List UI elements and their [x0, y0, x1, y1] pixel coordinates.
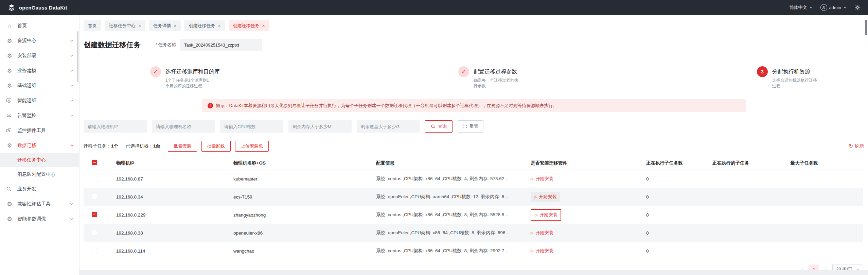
- sidebar-item-label: 安装部署: [17, 53, 65, 59]
- gear-icon: ⚙: [6, 216, 13, 222]
- refresh-button[interactable]: ↻ 刷新: [849, 143, 864, 149]
- machine-ip: 192.168.0.229: [111, 212, 228, 218]
- chevron-down-icon: [809, 6, 813, 10]
- sidebar-item-label: 告警监控: [17, 113, 65, 119]
- play-icon: ▷: [535, 213, 537, 217]
- chevron-down-icon: [843, 6, 847, 10]
- reset-button[interactable]: 重置: [458, 120, 483, 133]
- sidebar-item-label: 数据迁移: [17, 142, 65, 149]
- tab-migration-task-center[interactable]: 迁移任务中心 ×: [105, 20, 145, 31]
- table-row: 192.168.0.114 wangchao 系统: centos ,CPU架构…: [84, 242, 863, 260]
- highlight-box: ▷开始安装: [531, 209, 561, 221]
- row-checkbox[interactable]: [92, 248, 97, 253]
- sidebar-item-data-migration[interactable]: ⚙ 数据迁移: [0, 138, 79, 153]
- row-checkbox[interactable]: [92, 230, 97, 235]
- table-header-row: 物理机IP 物理机名称+OS 配置信息 是否安装迁移套件 正在执行子任务数 正在…: [84, 156, 863, 170]
- upload-package-button[interactable]: 上传安装包: [235, 141, 269, 152]
- tab-label: 迁移任务中心: [109, 23, 136, 29]
- sidebar-item-resource-center[interactable]: ⚙ 资源中心: [0, 33, 79, 48]
- sidebar-item-compatibility-assessment[interactable]: ⚙ 兼容性评估工具: [0, 196, 79, 211]
- task-name-input[interactable]: [180, 39, 262, 51]
- play-icon: ▷: [531, 177, 533, 181]
- sidebar-item-label: 智能参数调优: [17, 216, 65, 222]
- start-install-button[interactable]: ▷开始安装: [534, 194, 556, 200]
- tab-create-migration-task[interactable]: 创建迁移任务 ×: [184, 20, 225, 31]
- tab-task-detail[interactable]: 任务详情 ×: [149, 20, 181, 31]
- chevron-down-icon: [70, 69, 74, 73]
- user-menu[interactable]: admin: [820, 4, 847, 11]
- cpu-cores-input[interactable]: [220, 120, 283, 133]
- search-button[interactable]: 查询: [425, 120, 453, 133]
- machine-name: zhangyaozhong: [228, 212, 371, 218]
- sidebar-scrollbar[interactable]: [77, 31, 78, 82]
- column-header: 正在执行的子任务: [707, 160, 785, 166]
- sidebar-item-intelligent-ops[interactable]: 智能运维: [0, 93, 79, 108]
- app-window: openGauss DataKit 简体中文 admin: [0, 0, 868, 275]
- batch-install-button[interactable]: 批量安装: [168, 141, 197, 152]
- close-icon[interactable]: ×: [218, 23, 220, 29]
- close-icon[interactable]: ×: [138, 23, 141, 29]
- start-install-button[interactable]: ▷开始安装: [535, 212, 557, 218]
- sidebar-item-install-deploy[interactable]: ⚙ 安装部署: [0, 48, 79, 63]
- sidebar-item-monitor-plugin-tools[interactable]: 监控插件工具: [0, 123, 79, 138]
- search-icon: [6, 186, 13, 192]
- sidebar-item-business-development[interactable]: 业务开发: [0, 182, 79, 196]
- sidebar-subitem-label: 迁移任务中心: [17, 157, 46, 163]
- sidebar-item-home[interactable]: ⌂ 首页: [0, 18, 79, 33]
- sidebar-item-intelligent-param-tuning[interactable]: ⚙ 智能参数调优: [0, 211, 79, 226]
- running-subtask-count: 0: [641, 194, 707, 200]
- tab-label: 首页: [88, 23, 97, 29]
- memory-filter-input[interactable]: [288, 120, 352, 133]
- sidebar-item-alert-monitoring[interactable]: 告警监控: [0, 108, 79, 123]
- step-1-select-source-target: ✓ 选择迁移源库和目的库 1个子任务是1个源库到1 个目的库的迁移过程: [150, 66, 220, 89]
- step-connector: [225, 72, 454, 72]
- tab-label: 任务详情: [153, 23, 171, 29]
- step-subtitle: 确定每一个迁移过程的执 行参数: [474, 78, 518, 89]
- tab-bar: 首页 迁移任务中心 × 任务详情 × 创建迁移任务 × 创建迁移任务 ×: [79, 15, 868, 31]
- start-install-button[interactable]: ▷开始安装: [531, 248, 553, 254]
- step-3-assign-executor: 3 分配执行机资源 选择合适的机器执行迁移 过程: [757, 66, 817, 89]
- sidebar-item-basic-ops[interactable]: ⚙ 基础运维: [0, 78, 79, 93]
- close-icon[interactable]: ×: [262, 23, 265, 29]
- selected-machines-count: 已选择机器：1台: [126, 143, 160, 149]
- gear-icon: ⚙: [6, 53, 13, 59]
- language-switcher[interactable]: 简体中文: [790, 4, 813, 11]
- notice-banner: ! 提示：DataKit本着资源利用最大化原则尽量让子任务并行执行，为每个子任务…: [202, 99, 746, 112]
- select-all-checkbox[interactable]: [92, 160, 97, 165]
- username: admin: [829, 5, 841, 10]
- alarm-icon: [6, 113, 13, 118]
- machine-name-input[interactable]: [152, 120, 215, 133]
- refresh-label: 刷新: [855, 143, 864, 149]
- reset-icon: [463, 124, 467, 129]
- gear-icon: ⚙: [6, 83, 13, 89]
- row-checkbox-checked[interactable]: [92, 212, 97, 217]
- row-checkbox[interactable]: [92, 176, 97, 181]
- step-done-icon: ✓: [458, 66, 469, 77]
- start-install-button[interactable]: ▷开始安装: [531, 230, 553, 236]
- machines-table: 物理机IP 物理机名称+OS 配置信息 是否安装迁移套件 正在执行子任务数 正在…: [84, 156, 863, 260]
- sidebar: ⌂ 首页 ⚙ 资源中心 ⚙ 安装部署 ⚙ 业务建模 ⚙ 基础运维 智能运维: [0, 15, 79, 275]
- tab-label: 创建迁移任务: [189, 23, 215, 29]
- tab-create-migration-task-active[interactable]: 创建迁移任务 ×: [229, 20, 269, 31]
- main-content: 首页 迁移任务中心 × 任务详情 × 创建迁移任务 × 创建迁移任务 × 创建数…: [79, 15, 868, 275]
- gear-icon: ⚙: [6, 143, 13, 149]
- tab-home[interactable]: 首页: [84, 20, 101, 31]
- batch-uninstall-button[interactable]: 批量卸载: [201, 141, 231, 152]
- search-button-label: 查询: [438, 123, 447, 130]
- main-scrollbar[interactable]: [865, 20, 867, 35]
- row-checkbox[interactable]: [92, 194, 97, 199]
- sidebar-item-business-modeling[interactable]: ⚙ 业务建模: [0, 63, 79, 78]
- sun-icon: [854, 4, 861, 11]
- chevron-down-icon: [70, 99, 74, 103]
- sidebar-item-migration-task-center[interactable]: 迁移任务中心: [0, 153, 79, 167]
- disk-filter-input[interactable]: [357, 120, 420, 133]
- sidebar-item-message-queue-config-center[interactable]: 消息队列配置中心: [0, 167, 79, 182]
- machine-ip-input[interactable]: [84, 120, 147, 133]
- chevron-down-icon: [70, 217, 74, 221]
- close-icon[interactable]: ×: [174, 23, 176, 29]
- theme-toggle[interactable]: [854, 4, 861, 11]
- steps-wizard: ✓ 选择迁移源库和目的库 1个子任务是1个源库到1 个目的库的迁移过程 ✓ 配置…: [79, 66, 868, 89]
- start-install-button[interactable]: ▷开始安装: [531, 176, 553, 182]
- table-toolbar: 迁移子任务：1个 已选择机器：1台 批量安装 批量卸载 上传安装包 ↻ 刷新: [84, 141, 864, 152]
- opengauss-logo-icon: [7, 3, 16, 12]
